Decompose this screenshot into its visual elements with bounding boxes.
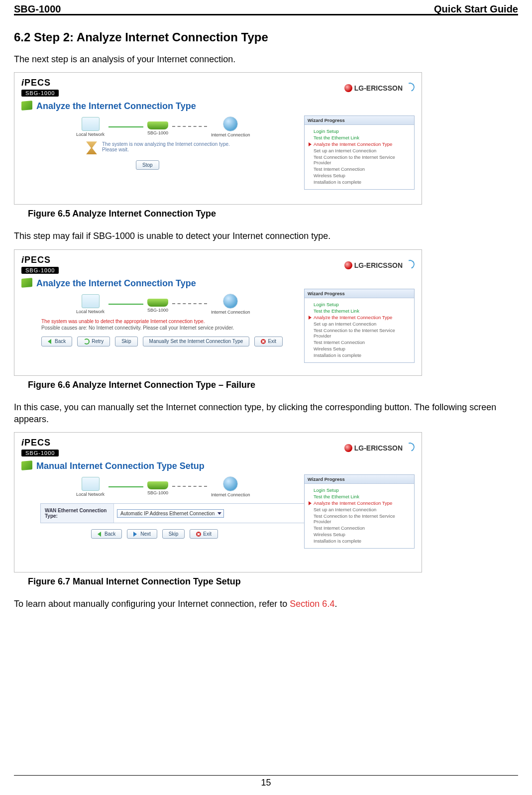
exit-icon: [261, 339, 266, 344]
wizard-step: Test Connection to the Internet Service …: [309, 513, 410, 525]
wizard-list: Login SetupTest the Ethernet LinkAnalyze…: [305, 298, 414, 362]
header-right: Quick Start Guide: [434, 4, 518, 14]
ipecs-logo: iPECS: [21, 78, 59, 88]
wizard-list: Login SetupTest the Ethernet LinkAnalyze…: [305, 125, 414, 189]
cube-icon: [21, 101, 32, 111]
para-4: To learn about manually configuring your…: [14, 598, 518, 610]
wizard-step: Login Setup: [309, 301, 410, 308]
sbg-tag: SBG-1000: [21, 450, 59, 456]
lg-ericsson-logo: LG-ERICSSON: [344, 83, 415, 92]
stop-button[interactable]: Stop: [136, 160, 159, 170]
wizard-step: Set up an Internet Connection: [309, 506, 410, 513]
exit-button[interactable]: Exit: [190, 529, 218, 539]
globe-icon: [223, 116, 238, 131]
back-button[interactable]: Back: [91, 529, 122, 539]
wizard-step: Set up an Internet Connection: [309, 321, 410, 327]
figure-6-7: iPECS SBG-1000 LG-ERICSSON Manual Intern…: [14, 432, 422, 572]
cube-icon: [21, 460, 32, 470]
back-button[interactable]: Back: [41, 337, 72, 346]
wizard-list: Login SetupTest the Ethernet LinkAnalyze…: [305, 484, 414, 548]
back-icon: [48, 339, 53, 344]
para-3: In this case, you can manually set the I…: [14, 401, 518, 426]
exit-icon: [196, 532, 201, 537]
router-icon: [147, 299, 168, 307]
wizard-step: Login Setup: [309, 128, 410, 134]
next-button[interactable]: Next: [127, 529, 157, 539]
back-icon: [98, 532, 103, 537]
exit-button[interactable]: Exit: [254, 337, 283, 346]
wizard-title: Wizard Progress: [305, 289, 414, 298]
retry-icon: [84, 339, 90, 344]
wizard-step: Test Internet Connection: [309, 166, 410, 172]
wizard-progress: Wizard Progress Login SetupTest the Ethe…: [304, 289, 415, 363]
wizard-step: Test the Ethernet Link: [309, 493, 410, 500]
skip-button[interactable]: Skip: [162, 529, 185, 539]
wizard-step: Analyze the Internet Connection Type: [309, 314, 410, 321]
wizard-step: Test Internet Connection: [309, 339, 410, 345]
caption-6-7: Figure 6.7 Manual Internet Connection Ty…: [28, 576, 518, 587]
page-header: SBG-1000 Quick Start Guide: [14, 0, 518, 15]
hourglass-icon: [86, 141, 97, 154]
wizard-step: Set up an Internet Connection: [309, 147, 410, 154]
wizard-step: Wireless Setup: [309, 531, 410, 538]
connection-type-label: WAN Ethernet Connection Type:: [41, 504, 114, 523]
retry-button[interactable]: Retry: [77, 337, 110, 346]
figure-6-5: iPECS SBG-1000 LG-ERICSSON Analyze the I…: [14, 72, 422, 205]
wizard-step: Installation is complete: [309, 179, 410, 185]
shot1-title: Analyze the Internet Connection Type: [21, 101, 415, 112]
caption-6-5: Figure 6.5 Analyze Internet Connection T…: [28, 209, 518, 219]
para-2: This step may fail if SBG-1000 is unable…: [14, 230, 518, 242]
wizard-step: Test Connection to the Internet Service …: [309, 154, 410, 166]
wizard-step: Installation is complete: [309, 352, 410, 358]
ipecs-logo: iPECS: [21, 255, 59, 265]
section-title: 6.2 Step 2: Analyze Internet Connection …: [14, 30, 518, 44]
lg-ericsson-logo: LG-ERICSSON: [344, 260, 415, 269]
globe-icon: [223, 294, 238, 309]
wizard-progress: Wizard Progress Login SetupTest the Ethe…: [304, 115, 415, 190]
page-number: 15: [14, 775, 518, 788]
connection-type-select[interactable]: Automatic IP Address Ethernet Connection: [117, 509, 224, 518]
shot3-title: Manual Internet Connection Type Setup: [21, 461, 415, 471]
sbg-tag: SBG-1000: [21, 267, 59, 274]
wizard-step: Installation is complete: [309, 538, 410, 544]
next-icon: [133, 532, 138, 537]
shot2-title: Analyze the Internet Connection Type: [21, 278, 415, 289]
wizard-step: Analyze the Internet Connection Type: [309, 141, 410, 147]
wizard-step: Wireless Setup: [309, 345, 410, 352]
header-left: SBG-1000: [14, 4, 61, 14]
pc-icon: [82, 117, 100, 131]
caption-6-6: Figure 6.6 Analyze Internet Connection T…: [28, 380, 518, 390]
wizard-title: Wizard Progress: [305, 475, 414, 484]
wizard-step: Login Setup: [309, 487, 410, 493]
router-icon: [147, 121, 168, 129]
pc-icon: [82, 294, 100, 308]
wizard-step: Test Internet Connection: [309, 525, 410, 531]
figure-6-6: iPECS SBG-1000 LG-ERICSSON Analyze the I…: [14, 249, 422, 376]
wizard-step: Test Connection to the Internet Service …: [309, 327, 410, 339]
wizard-step: Test the Ethernet Link: [309, 308, 410, 314]
pc-icon: [82, 477, 100, 491]
wizard-step: Analyze the Internet Connection Type: [309, 500, 410, 506]
sbg-tag: SBG-1000: [21, 90, 59, 97]
router-icon: [147, 481, 168, 489]
manual-set-button[interactable]: Manually Set the Internet Connection Typ…: [143, 337, 250, 346]
wizard-step: Test the Ethernet Link: [309, 134, 410, 141]
skip-button[interactable]: Skip: [115, 337, 137, 346]
ipecs-logo: iPECS: [21, 438, 59, 448]
lg-ericsson-logo: LG-ERICSSON: [344, 443, 415, 452]
para-1: The next step is an analysis of your Int…: [14, 53, 518, 65]
wizard-title: Wizard Progress: [305, 116, 414, 125]
globe-icon: [223, 476, 238, 491]
cube-icon: [21, 278, 32, 288]
wizard-progress: Wizard Progress Login SetupTest the Ethe…: [304, 474, 415, 549]
section-6-4-link[interactable]: Section 6.4: [290, 599, 334, 609]
wizard-step: Wireless Setup: [309, 172, 410, 179]
